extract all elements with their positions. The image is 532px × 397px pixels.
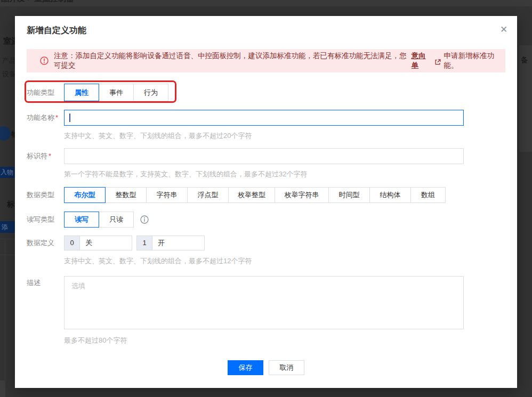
- notice-text-suffix: 申请新增标准功能。: [444, 51, 505, 70]
- identifier-input[interactable]: [64, 148, 464, 164]
- data-definition-row: 数据定义 0 1: [27, 236, 209, 250]
- background-right-device-label: 备: [521, 55, 528, 65]
- type-enum-string[interactable]: 枚举字符串: [275, 187, 329, 203]
- identifier-row: 标识符*: [27, 148, 464, 164]
- dialog-footer: 保存 取消: [15, 360, 517, 375]
- background-table-line: [0, 239, 15, 239]
- tab-attribute[interactable]: 属性: [64, 84, 99, 101]
- close-icon[interactable]: ✕: [498, 24, 510, 36]
- background-table-line: [0, 255, 15, 255]
- required-asterisk: *: [49, 152, 51, 160]
- definition-value-0-input[interactable]: [80, 236, 132, 250]
- rw-type-options: 读写 只读: [64, 212, 134, 228]
- background-standard-tab: 标: [7, 200, 14, 209]
- definition-item-0: 0: [64, 236, 132, 250]
- warning-icon: [40, 56, 49, 65]
- description-label: 描述: [27, 276, 64, 288]
- function-type-tabs: 属性 事件 行为: [64, 84, 168, 101]
- rw-type-label: 读写类型: [27, 212, 64, 228]
- type-enum-int[interactable]: 枚举整型: [228, 187, 275, 203]
- cancel-button[interactable]: 取消: [269, 360, 304, 375]
- tab-action[interactable]: 行为: [133, 84, 168, 101]
- info-icon[interactable]: [140, 215, 149, 224]
- save-button[interactable]: 保存: [228, 360, 263, 375]
- function-type-label: 功能类型: [27, 84, 64, 101]
- background-device-label: 设备: [2, 69, 16, 79]
- definition-key-0: 0: [64, 236, 80, 250]
- background-product-label: 产品: [2, 56, 16, 66]
- type-string[interactable]: 字符串: [146, 187, 188, 203]
- type-bool[interactable]: 布尔型: [64, 187, 106, 203]
- background-avatar-icon: [0, 126, 11, 141]
- rw-type-row: 读写类型 读写 只读: [27, 212, 149, 228]
- add-custom-function-dialog: 新增自定义功能 ✕ 注意：添加自定义功能将影响设备通过语音、中控面板控制，建议添…: [15, 16, 517, 388]
- text-caret: [69, 114, 70, 122]
- external-link-icon[interactable]: [434, 59, 441, 66]
- definition-value-1-input[interactable]: [152, 236, 205, 250]
- notice-banner: 注意：添加自定义功能将影响设备通过语音、中控面板控制，建议添加标准功能，若已有标…: [27, 49, 505, 72]
- type-time[interactable]: 时间型: [328, 187, 370, 203]
- type-array[interactable]: 数组: [410, 187, 446, 203]
- data-definition-help: 支持中文、英文、数字、下划线的组合，最多不超过12个字符: [64, 256, 252, 266]
- identifier-help: 第一个字符不能是数字，支持英文、数字、下划线的组合，最多不超过32个字符: [64, 169, 307, 179]
- data-type-options: 布尔型 整数型 字符串 浮点型 枚举整型 枚举字符串 时间型 结构体 数组: [64, 187, 446, 203]
- data-definition-label: 数据定义: [27, 236, 64, 250]
- function-name-input[interactable]: [64, 110, 464, 126]
- tab-event[interactable]: 事件: [99, 84, 134, 101]
- description-help: 最多不超过80个字符: [64, 336, 127, 345]
- screen: 品开发 > 室温控制器 室温 产品 设备 物 入物 标 添 备 新增自定义功能 …: [0, 0, 532, 397]
- background-table-border: [5, 239, 5, 388]
- background-bottom-sliver: [0, 380, 5, 397]
- background-add-button: 添: [0, 221, 15, 233]
- description-row: 描述: [27, 276, 464, 329]
- dialog-title: 新增自定义功能: [27, 25, 86, 36]
- notice-text: 注意：添加自定义功能将影响设备通过语音、中控面板控制，建议添加标准功能，若已有标…: [54, 51, 409, 70]
- rw-readonly[interactable]: 只读: [99, 212, 134, 228]
- type-float[interactable]: 浮点型: [187, 187, 229, 203]
- required-asterisk: *: [55, 114, 58, 121]
- identifier-label: 标识符*: [27, 148, 64, 164]
- type-struct[interactable]: 结构体: [369, 187, 411, 203]
- definition-key-1: 1: [136, 236, 152, 250]
- background-topbar: 品开发 > 室温控制器: [0, 0, 532, 6]
- intent-form-link[interactable]: 意向单: [412, 51, 432, 70]
- function-type-row: 功能类型 属性 事件 行为: [27, 84, 168, 101]
- type-int[interactable]: 整数型: [105, 187, 147, 203]
- definition-item-1: 1: [136, 236, 205, 250]
- breadcrumb: 品开发 > 室温控制器: [1, 0, 74, 4]
- rw-readwrite[interactable]: 读写: [64, 212, 99, 228]
- function-name-label: 功能名称*: [27, 110, 64, 126]
- description-textarea[interactable]: [64, 276, 464, 329]
- data-type-row: 数据类型 布尔型 整数型 字符串 浮点型 枚举整型 枚举字符串 时间型 结构体 …: [27, 187, 446, 203]
- function-name-help: 支持中文、英文、数字、下划线的组合，最多不超过20个字符: [64, 131, 252, 141]
- data-type-label: 数据类型: [27, 187, 64, 203]
- background-import-button: 入物: [0, 167, 15, 178]
- function-name-row: 功能名称*: [27, 110, 464, 126]
